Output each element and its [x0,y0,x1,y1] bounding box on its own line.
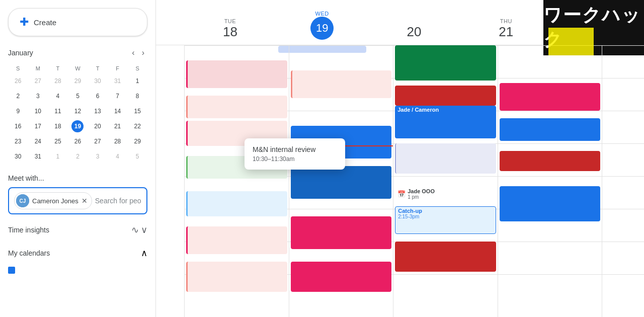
calendar-day[interactable]: 21 [108,119,128,134]
calendar-day[interactable]: 5 [68,89,88,104]
calendar-day[interactable]: 4 [108,149,128,164]
calendar-day[interactable]: 27 [28,73,48,89]
person-chip: CJ Cameron Jones ✕ [14,192,92,209]
event-catchup[interactable]: Catch-up 2:15-3pm [395,206,496,234]
event-wed-5[interactable] [291,262,392,292]
calendar-day[interactable]: 18 [48,119,68,134]
remove-person-button[interactable]: ✕ [82,197,88,204]
tue-number: 18 [223,24,237,40]
calendar-week-row: 2345678 [8,89,147,104]
calendar-day[interactable]: 2 [8,89,28,104]
person-name: Cameron Jones [32,197,78,205]
calendar-day[interactable]: 10 [28,104,48,119]
weekday-header: M [28,63,48,73]
calendar-day[interactable]: 24 [28,134,48,149]
ooo-icon: 📅 [397,190,406,198]
next-month-button[interactable]: › [139,46,147,59]
calendar-day[interactable]: 12 [68,104,88,119]
calendar-day[interactable]: 14 [108,104,128,119]
my-calendars-item[interactable] [0,265,155,276]
event-fri-4[interactable] [500,186,601,221]
calendar-day[interactable]: 2 [68,149,88,164]
calendar-day[interactable]: 28 [48,73,68,89]
calendar-day[interactable]: 1 [48,149,68,164]
ooo-title: Jade OOO [408,188,435,194]
mini-calendar: January ‹ › SMTWTFS 26272829303112345678… [0,44,155,170]
calendar-day[interactable]: 17 [28,119,48,134]
days-grid: Jade / Cameron 📅 Jade OOO 1 pm Catch-up … [184,45,644,317]
event-thu-red[interactable] [395,86,496,106]
event-wed-4[interactable] [291,216,392,249]
calendar-day[interactable]: 11 [48,104,68,119]
calendar-day[interactable]: 27 [88,134,108,149]
event-fri-1[interactable] [500,83,601,111]
calendar-day[interactable]: 1 [127,73,147,89]
my-calendars-title: My calendars [8,249,50,257]
calendar-day[interactable]: 4 [48,89,68,104]
calendar-day[interactable]: 29 [68,73,88,89]
event-thu-bottom-red[interactable] [395,242,496,272]
calendar-day[interactable]: 31 [28,149,48,164]
calendar-day[interactable]: 25 [48,134,68,149]
create-label: Create [34,18,56,27]
event-wed-3[interactable] [291,166,392,199]
catchup-time: 2:15-3pm [398,214,493,219]
time-insights-section[interactable]: Time insights ∿ ∨ [0,218,155,242]
calendar-day[interactable]: 26 [68,134,88,149]
calendar-day[interactable]: 9 [8,104,28,119]
wed-number: 19 [310,17,334,40]
sidebar: ✚ Create January ‹ › SMTWTFS 26272829303… [0,0,156,317]
search-people-input[interactable] [95,195,141,207]
event-popup[interactable]: M&N internal review 10:30–11:30am [245,138,345,170]
event-tue-7[interactable] [186,262,287,292]
event-thu-light[interactable] [395,143,496,174]
calendar-day[interactable]: 13 [88,104,108,119]
event-jade-cameron[interactable]: Jade / Cameron [395,106,496,138]
time-insights-title: Time insights [8,226,49,234]
day-col-fri [498,45,602,317]
calendar-day[interactable]: 7 [108,89,128,104]
event-fri-2[interactable] [500,118,601,141]
calendar-day[interactable]: 22 [127,119,147,134]
event-tue-5[interactable] [186,191,287,216]
calendar-header-row: TUE 18 WED 19 20 THU 21 SAT 22 ワークハック [156,0,644,45]
calendar-day[interactable]: 3 [28,89,48,104]
event-wed-1[interactable] [291,70,392,98]
my-calendars-section[interactable]: My calendars ∧ [0,242,155,265]
main-calendar: TUE 18 WED 19 20 THU 21 SAT 22 ワークハック [156,0,644,317]
weekday-header: T [88,63,108,73]
calendar-day[interactable]: 28 [108,134,128,149]
calendar-day[interactable]: 15 [127,104,147,119]
calendar-day[interactable]: 29 [127,134,147,149]
weekday-header: S [8,63,28,73]
jade-cameron-title: Jade / Cameron [397,107,494,113]
day-col-sat [602,45,644,317]
day-header-fri: THU 21 [460,18,552,43]
create-button[interactable]: ✚ Create [8,8,147,36]
event-thu-green[interactable] [395,45,496,81]
prev-month-button[interactable]: ‹ [129,46,137,59]
calendar-day[interactable]: 8 [127,89,147,104]
catchup-title: Catch-up [398,208,493,214]
event-fri-3[interactable] [500,151,601,171]
calendar-day[interactable]: 3 [88,149,108,164]
event-tue-6[interactable] [186,226,287,254]
calendar-day[interactable]: 19 [68,119,88,134]
tue-name: TUE [224,18,236,24]
calendar-body[interactable]: Jade / Cameron 📅 Jade OOO 1 pm Catch-up … [156,45,644,317]
calendar-day[interactable]: 16 [8,119,28,134]
calendar-day[interactable]: 5 [127,149,147,164]
people-input-area[interactable]: CJ Cameron Jones ✕ [8,187,147,214]
calendar-day[interactable]: 6 [88,89,108,104]
calendar-day[interactable]: 23 [8,134,28,149]
event-jade-ooo[interactable]: 📅 Jade OOO 1 pm [395,186,496,201]
calendar-day[interactable]: 30 [88,73,108,89]
calendar-day[interactable]: 26 [8,73,28,89]
calendar-day[interactable]: 31 [108,73,128,89]
calendar-day[interactable]: 30 [8,149,28,164]
event-tue-1[interactable] [186,60,287,88]
plus-icon: ✚ [20,16,29,29]
popup-title: M&N internal review [253,145,337,153]
calendar-day[interactable]: 20 [88,119,108,134]
event-tue-2[interactable] [186,96,287,118]
